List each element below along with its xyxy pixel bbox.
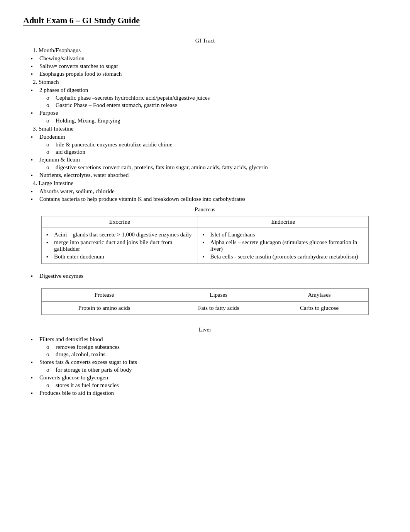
bullet-icon: ▪: [31, 189, 36, 195]
bullet-icon: ▪: [203, 254, 208, 260]
sub-icon: o: [46, 102, 53, 109]
sub-cephalic: o Cephalic phase –secretes hydrochloric …: [46, 95, 387, 101]
bullet-icon: ▪: [31, 273, 36, 279]
list-item: ▪ Alpha cells – secrete glucagon (stimul…: [203, 239, 364, 252]
sub-drugs: o drugs, alcohol, toxins: [46, 351, 387, 358]
bullet-saliva: ▪ Saliva= converts starches to sugar: [31, 63, 387, 70]
pancreas-section: Pancreas Exocrine Endocrine ▪ Acini – gl…: [23, 206, 387, 315]
bullet-icon: ▪: [31, 63, 36, 70]
bullet-icon: ▪: [31, 196, 36, 202]
gi-tract-heading: GI Tract: [23, 37, 387, 44]
bullet-phases: ▪ 2 phases of digestion: [31, 87, 387, 93]
enzyme-table: Protease Lipases Amylases Protein to ami…: [41, 288, 369, 315]
bullet-icon: ▪: [31, 71, 36, 77]
bullet-produces-bile: ▪ Produces bile to aid in digestion: [31, 390, 387, 396]
liver-section: Liver ▪ Filters and detoxifies blood o r…: [23, 318, 387, 396]
list-item-small-intestine: Small Intestine: [39, 126, 387, 132]
bullet-icon: ▪: [203, 232, 208, 238]
bullet-icon: ▪: [46, 232, 52, 238]
list-item: ▪ merge into pancreatic duct and joins b…: [46, 239, 193, 252]
sub-icon: o: [46, 149, 53, 155]
bullet-icon: ▪: [31, 87, 36, 93]
bullet-icon: ▪: [31, 359, 36, 365]
protease-header: Protease: [42, 289, 167, 302]
bullet-icon: ▪: [31, 134, 36, 140]
bullet-duodenum: ▪ Duodenum: [31, 134, 387, 140]
pancreas-heading: Pancreas: [23, 206, 387, 213]
bullet-icon: ▪: [31, 390, 36, 396]
sub-icon: o: [46, 117, 53, 124]
sub-fuel-muscles: o stores it as fuel for muscles: [46, 382, 387, 389]
sub-bile: o bile & pancreatic enzymes neutralize a…: [46, 141, 387, 148]
exocrine-header: Exocrine: [42, 216, 198, 228]
main-list-stomach: Stomach: [39, 79, 387, 85]
bullet-purpose: ▪ Purpose: [31, 110, 387, 116]
endocrine-cell: ▪ Islet of Langerhans ▪ Alpha cells – se…: [198, 228, 368, 264]
bullet-bacteria: ▪ Contains bacteria to help produce vita…: [31, 196, 387, 202]
protease-desc: Protein to amino acids: [42, 302, 167, 315]
lipases-desc: Fats to fatty acids: [167, 302, 270, 315]
list-item-stomach: Stomach: [39, 79, 387, 85]
sub-icon: o: [46, 164, 53, 171]
sub-digestive-secretions: o digestive secretions convert carb, pro…: [46, 164, 387, 171]
bullet-converts-glucose: ▪ Converts glucose to glycogen: [31, 374, 387, 381]
sub-purpose: o Holding, Mixing, Emptying: [46, 117, 387, 124]
bullet-icon: ▪: [31, 110, 36, 116]
bullet-icon: ▪: [31, 157, 36, 163]
bullet-icon: ▪: [31, 172, 36, 178]
list-item: ▪ Acini – glands that secrete > 1,000 di…: [46, 231, 193, 238]
main-list: Mouth/Esophagus: [39, 47, 387, 54]
bullet-icon: ▪: [203, 240, 208, 246]
liver-heading: Liver: [23, 326, 387, 333]
list-item-mouth: Mouth/Esophagus: [39, 47, 387, 54]
sub-icon: o: [46, 344, 53, 350]
amylases-desc: Carbs to glucose: [270, 302, 369, 315]
gi-tract-section: GI Tract Mouth/Esophagus ▪ Chewing/saliv…: [23, 37, 387, 202]
page-title: Adult Exam 6 – GI Study Guide: [23, 15, 140, 26]
amylases-header: Amylases: [270, 289, 369, 302]
bullet-icon: ▪: [46, 254, 52, 260]
list-item: ▪ Islet of Langerhans: [203, 231, 364, 238]
list-item: ▪ Beta cells - secrete insulin (promotes…: [203, 253, 364, 260]
exocrine-cell: ▪ Acini – glands that secrete > 1,000 di…: [42, 228, 198, 264]
main-list-large-intestine: Large Intestine: [39, 180, 387, 187]
bullet-chewing: ▪ Chewing/salivation: [31, 55, 387, 62]
sub-icon: o: [46, 141, 53, 148]
list-item: ▪ Both enter duodenum: [46, 253, 193, 260]
bullet-esophagus: ▪ Esophagus propels food to stomach: [31, 71, 387, 77]
bullet-icon: ▪: [31, 337, 36, 343]
bullet-filters: ▪ Filters and detoxifies blood: [31, 336, 387, 343]
bullet-digestive-enzymes: ▪ Digestive enzymes: [31, 273, 387, 279]
list-item-large-intestine: Large Intestine: [39, 180, 387, 187]
pancreas-table: Exocrine Endocrine ▪ Acini – glands that…: [41, 216, 369, 264]
sub-icon: o: [46, 351, 53, 358]
lipases-header: Lipases: [167, 289, 270, 302]
sub-icon: o: [46, 95, 53, 101]
sub-icon: o: [46, 382, 53, 389]
bullet-nutrients: ▪ Nutrients, electrolytes, water absorbe…: [31, 172, 387, 178]
bullet-stores-fats: ▪ Stores fats & converts excess sugar to…: [31, 359, 387, 365]
bullet-absorbs: ▪ Absorbs water, sodium, chloride: [31, 188, 387, 195]
sub-gastric: o Gastric Phase – Food enters stomach, g…: [46, 102, 387, 109]
main-list-small-intestine: Small Intestine: [39, 126, 387, 132]
bullet-jejunum: ▪ Jejunum & Ileum: [31, 156, 387, 163]
sub-storage: o for storage in other parts of body: [46, 367, 387, 373]
bullet-icon: ▪: [31, 56, 36, 62]
sub-icon: o: [46, 367, 53, 373]
endocrine-header: Endocrine: [198, 216, 368, 228]
bullet-icon: ▪: [31, 375, 36, 381]
sub-aid-digestion: o aid digestion: [46, 149, 387, 155]
bullet-icon: ▪: [46, 240, 52, 246]
sub-foreign: o removes foreign substances: [46, 344, 387, 350]
